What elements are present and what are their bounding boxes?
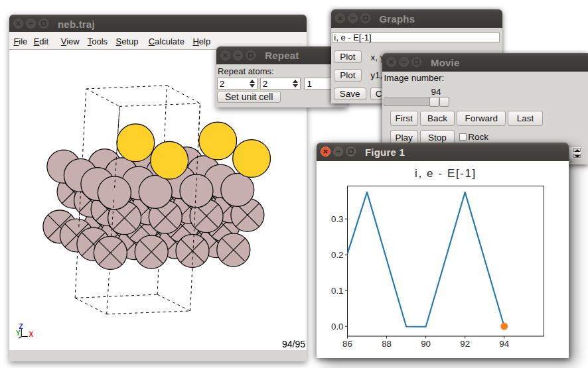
svg-text:0.3: 0.3 xyxy=(331,214,343,223)
svg-text:i, e - E[-1]: i, e - E[-1] xyxy=(415,166,477,179)
svg-text:88: 88 xyxy=(382,338,392,348)
svg-text:90: 90 xyxy=(421,338,431,348)
svg-text:92: 92 xyxy=(460,338,470,348)
svg-text:0.0: 0.0 xyxy=(331,321,343,331)
svg-text:0.1: 0.1 xyxy=(331,285,343,295)
svg-text:0.2: 0.2 xyxy=(331,249,343,259)
svg-text:94: 94 xyxy=(499,338,509,348)
svg-text:86: 86 xyxy=(342,338,352,348)
